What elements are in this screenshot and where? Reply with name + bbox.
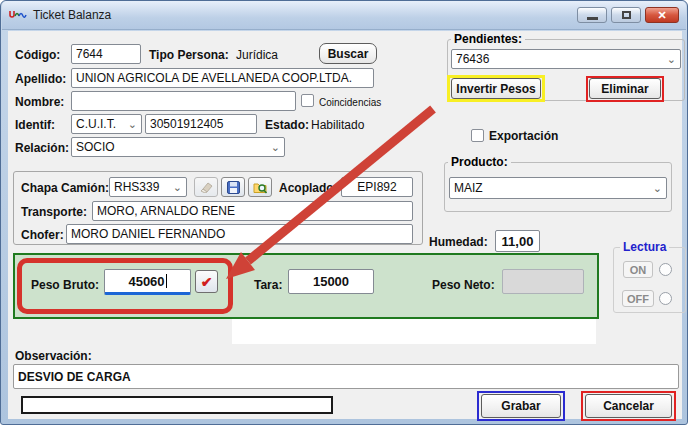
titlebar[interactable]: Ticket Balanza ✕ [2,1,686,30]
apellido-input[interactable]: UNION AGRICOLA DE AVELLANEDA COOP.LTDA. [71,68,374,88]
red-check-icon: ✔ [201,274,213,290]
chapa-camion-label: Chapa Camión: [21,181,109,195]
tipo-persona-value: Jurídica [236,48,278,62]
chevron-down-icon: ⌄ [663,55,676,63]
chevron-down-icon: ⌄ [267,143,280,151]
pendientes-value: 76436 [456,52,489,66]
chapa-camion-value: RHS339 [114,180,159,194]
estado-value: Habilitado [311,118,364,132]
lectura-on-button[interactable]: ON [623,261,653,278]
progress-bar [21,396,333,414]
eliminar-button[interactable]: Eliminar [589,78,661,99]
transporte-label: Transporte: [21,205,87,219]
identif-tipo-select[interactable]: C.U.I.T. ⌄ [71,114,142,134]
chevron-down-icon: ⌄ [169,183,182,191]
producto-select[interactable]: MAIZ ⌄ [449,177,667,199]
producto-value: MAIZ [454,181,483,195]
peso-neto-input [502,269,584,294]
exportacion-checkbox[interactable] [471,129,484,142]
text-cursor [166,274,167,288]
identif-label: Identif: [15,118,55,132]
coincidencias-checkbox[interactable] [301,94,314,107]
folder-search-icon [253,181,268,194]
identif-tipo-value: C.U.I.T. [76,117,116,131]
chevron-down-icon: ⌄ [649,184,662,192]
chevron-down-icon: ⌄ [124,120,137,128]
cancelar-button[interactable]: Cancelar [585,394,672,418]
peso-bruto-input[interactable]: 45060 [104,269,191,295]
buscar-button[interactable]: Buscar [319,43,377,64]
window-title: Ticket Balanza [33,8,111,22]
tara-label: Tara: [254,278,282,292]
chofer-label: Chofer: [21,228,64,242]
producto-label: Producto: [448,155,511,169]
close-icon: ✕ [657,9,666,22]
humedad-input[interactable]: 11,00 [495,230,540,252]
identif-numero-input[interactable]: 30501912405 [145,114,257,134]
relacion-value: SOCIO [76,140,115,154]
lectura-on-radio[interactable] [659,263,672,276]
observacion-label: Observación: [15,349,92,363]
codigo-label: Código: [15,48,60,62]
transporte-input[interactable]: MORO, ARNALDO RENE [92,201,413,221]
close-button[interactable]: ✕ [645,7,679,23]
apellido-label: Apellido: [15,72,66,86]
relacion-select[interactable]: SOCIO ⌄ [71,137,285,157]
chapa-camion-select[interactable]: RHS339 ⌄ [109,177,187,197]
acoplado-input[interactable]: EPI892 [341,177,413,197]
tipo-persona-label: Tipo Persona: [149,48,229,62]
eraser-icon [199,181,213,193]
nombre-input[interactable] [71,91,296,111]
maximize-icon [622,11,631,19]
maximize-button[interactable] [611,7,641,23]
invertir-pesos-button[interactable]: Invertir Pesos [451,78,541,99]
confirm-peso-button[interactable]: ✔ [195,270,218,293]
tara-input[interactable]: 15000 [288,269,374,294]
chofer-input[interactable]: MORO DANIEL FERNANDO [66,224,413,244]
acoplado-label: Acoplado: [279,181,338,195]
estado-label: Estado: [265,118,309,132]
minimize-icon [587,17,598,20]
observacion-input[interactable]: DESVIO DE CARGA [13,364,679,389]
nombre-label: Nombre: [15,95,64,109]
minimize-button[interactable] [577,7,607,23]
grabar-button[interactable]: Grabar [481,394,561,418]
pendientes-label: Pendientes: [451,32,525,46]
save-button[interactable] [221,177,245,197]
peso-neto-label: Peso Neto: [432,278,495,292]
relacion-label: Relación: [15,141,69,155]
edit-button[interactable] [194,177,218,197]
dialog-content: Código: 7644 Tipo Persona: Jurídica Busc… [8,31,682,419]
ticket-balanza-window: Ticket Balanza ✕ Código: 7644 Tipo Perso… [0,0,688,425]
lectura-title: Lectura [620,240,669,254]
peso-bruto-label: Peso Bruto: [31,278,99,292]
app-logo-icon [9,6,27,24]
codigo-input[interactable]: 7644 [71,44,141,64]
exportacion-label: Exportación [489,129,558,143]
floppy-disk-icon [227,181,240,194]
blank-panel [232,319,596,344]
browse-button[interactable] [248,177,272,197]
lectura-off-button[interactable]: OFF [622,290,654,307]
lectura-off-radio[interactable] [659,292,672,305]
pendientes-select[interactable]: 76436 ⌄ [451,49,681,69]
coincidencias-label: Coincidencias [319,97,381,108]
humedad-label: Humedad: [429,235,488,249]
peso-bruto-value: 45060 [128,274,164,289]
